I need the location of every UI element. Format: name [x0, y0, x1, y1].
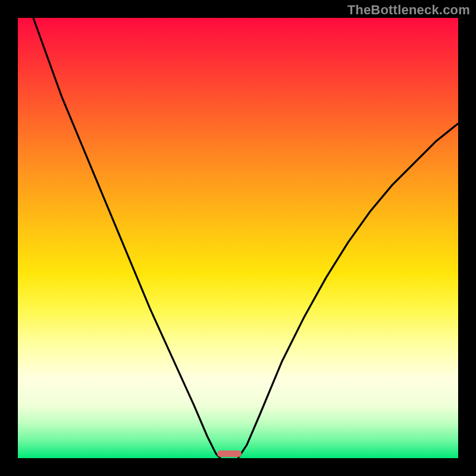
chart-frame: TheBottleneck.com — [0, 0, 476, 476]
plot-area — [18, 18, 458, 458]
right-curve — [238, 124, 458, 458]
watermark-text: TheBottleneck.com — [347, 2, 470, 18]
left-curve — [33, 18, 221, 458]
curve-layer — [18, 18, 458, 458]
bottleneck-marker — [217, 450, 242, 457]
